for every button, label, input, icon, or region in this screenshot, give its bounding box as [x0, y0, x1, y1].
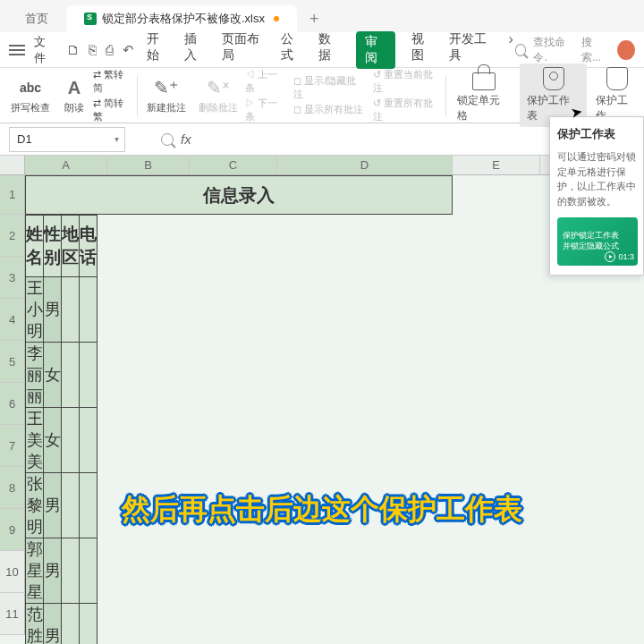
search-area: 查找命令. 搜索...	[515, 35, 637, 65]
merged-title-cell[interactable]: 信息录入	[25, 175, 453, 215]
header-name[interactable]: 姓名	[26, 216, 44, 277]
header-region[interactable]: 地区	[62, 216, 80, 277]
row-5[interactable]: 5	[0, 341, 25, 383]
lock-icon	[472, 72, 496, 90]
ribbon-view[interactable]: 视图	[411, 31, 433, 69]
menu-save-icon[interactable]: 🗋	[66, 42, 80, 57]
header-gender[interactable]: 性别	[44, 216, 62, 277]
search-icon[interactable]	[515, 44, 527, 56]
tool-prev-comment[interactable]: ◁ 上一条	[245, 68, 287, 95]
row-8[interactable]: 8	[0, 467, 25, 509]
row-2[interactable]: 2	[0, 215, 25, 257]
column-headers: A B C D E	[0, 156, 644, 175]
tab-home[interactable]: 首页	[7, 5, 66, 32]
row-4[interactable]: 4	[0, 299, 25, 341]
ribbon-data[interactable]: 数据	[318, 31, 340, 69]
document-tabs: 首页 锁定部分表格保护不被修改.xlsx +	[0, 0, 644, 32]
row-9[interactable]: 9	[0, 509, 25, 551]
table-row: 郭星星男	[26, 538, 97, 604]
ribbon-review[interactable]: 审阅	[356, 31, 395, 69]
tool-del-comment[interactable]: ✎ˣ 删除批注	[193, 76, 243, 114]
ribbon-insert[interactable]: 插入	[184, 31, 206, 69]
tab-add-button[interactable]: +	[297, 4, 332, 34]
tool-showhide-comment[interactable]: ◻ 显示/隐藏批注	[293, 74, 366, 101]
tooltip-title: 保护工作表	[557, 126, 636, 142]
search-text[interactable]: 搜索...	[581, 35, 608, 65]
video-subtitle: 然后再点击后边这个保护工作表	[122, 490, 522, 530]
data-table: 姓名 性别 地区 电话 王小明男 李丽丽女 王美美女 张黎明男 郭星星男 范胜利…	[25, 215, 97, 644]
menu-undo-icon[interactable]: ↶	[123, 42, 134, 58]
tab-filename: 锁定部分表格保护不被修改.xlsx	[102, 11, 265, 27]
row-3[interactable]: 3	[0, 257, 25, 299]
col-C[interactable]: C	[190, 156, 277, 174]
menu-hamburger-icon[interactable]	[7, 39, 27, 61]
tool-showall-comment[interactable]: ◻ 显示所有批注	[293, 103, 366, 116]
comment-add-icon: ✎⁺	[155, 76, 178, 99]
row-6[interactable]: 6	[0, 383, 25, 425]
spreadsheet-grid: A B C D E 1 2 3 4 5 6 7 8 9 10 11 信息录入 姓…	[0, 156, 644, 644]
tooltip-video-card[interactable]: 保护锁定工作表 并锁定隐藏公式 01:3	[557, 217, 638, 266]
review-toolbar: abc 拼写检查 A 朗读 ⇄繁转简 ⇄简转繁 ✎⁺ 新建批注 ✎ˣ 删除批注 …	[0, 68, 644, 123]
user-avatar[interactable]	[615, 38, 637, 62]
table-row: 张黎明男	[26, 473, 97, 538]
tool-jianfan[interactable]: ⇄简转繁	[93, 97, 133, 123]
tool-next-comment[interactable]: ▷ 下一条	[245, 97, 287, 123]
menu-print-icon[interactable]: ⎙	[106, 42, 114, 57]
col-D[interactable]: D	[277, 156, 453, 174]
tool-spellcheck[interactable]: abc 拼写检查	[5, 76, 55, 114]
search-command-text[interactable]: 查找命令.	[533, 35, 574, 65]
shield2-icon	[606, 67, 628, 90]
name-box[interactable]: D1	[9, 127, 125, 152]
formula-bar: D1 fx	[0, 123, 644, 156]
video-play-button[interactable]: 01:3	[605, 251, 634, 262]
spreadsheet-icon	[84, 13, 97, 25]
tool-new-comment[interactable]: ✎⁺ 新建批注	[141, 76, 191, 114]
speaker-icon: A	[63, 76, 86, 99]
tool-reset-all[interactable]: ↺ 重置所有批注	[373, 97, 442, 123]
tool-reset-current[interactable]: ↺ 重置当前批注	[373, 68, 442, 95]
play-icon	[605, 251, 615, 262]
unsaved-dot-icon	[274, 16, 279, 21]
abc-icon: abc	[19, 76, 42, 99]
tool-lock-cell[interactable]: 锁定单元格	[450, 64, 518, 127]
menu-file[interactable]: 文件	[29, 34, 61, 66]
row-11[interactable]: 11	[0, 593, 25, 635]
table-row: 李丽丽女	[26, 343, 97, 408]
col-A[interactable]: A	[25, 156, 107, 174]
comment-del-icon: ✎ˣ	[207, 76, 230, 99]
table-row: 范胜利男	[26, 604, 97, 645]
row-7[interactable]: 7	[0, 425, 25, 467]
table-header-row: 姓名 性别 地区 电话	[26, 216, 97, 277]
protect-sheet-tooltip: 保护工作表 可以通过密码对锁定单元格进行保护，以止工作表中的数据被改。 保护锁定…	[549, 116, 644, 275]
table-row: 王小明男	[26, 277, 97, 343]
tool-read[interactable]: A 朗读	[57, 76, 91, 114]
row-10[interactable]: 10	[0, 551, 25, 593]
menu-export-icon[interactable]: ⎘	[89, 42, 97, 57]
table-row: 王美美女	[26, 408, 97, 473]
ribbon-layout[interactable]: 页面布局	[222, 31, 265, 69]
shield-icon	[543, 67, 564, 90]
tooltip-description: 可以通过密码对锁定单元格进行保护，以止工作表中的数据被改。	[557, 149, 636, 208]
row-1[interactable]: 1	[0, 175, 25, 215]
row-headers: 1 2 3 4 5 6 7 8 9 10 11	[0, 175, 25, 635]
select-all-corner[interactable]	[0, 156, 25, 174]
header-phone[interactable]: 电话	[80, 216, 97, 277]
tab-document[interactable]: 锁定部分表格保护不被修改.xlsx	[66, 5, 297, 32]
tool-fanjian[interactable]: ⇄繁转简	[93, 68, 133, 95]
menu-bar: 文件 🗋 ⎘ ⎙ ↶ 开始 插入 页面布局 公式 数据 审阅 视图 开发工具 ›…	[0, 32, 644, 68]
fx-icon[interactable]: fx	[181, 131, 191, 147]
ribbon-start[interactable]: 开始	[147, 31, 168, 69]
col-E[interactable]: E	[453, 156, 540, 174]
col-B[interactable]: B	[107, 156, 190, 174]
ribbon-formula[interactable]: 公式	[281, 31, 302, 69]
search-fx-icon[interactable]	[161, 133, 174, 146]
